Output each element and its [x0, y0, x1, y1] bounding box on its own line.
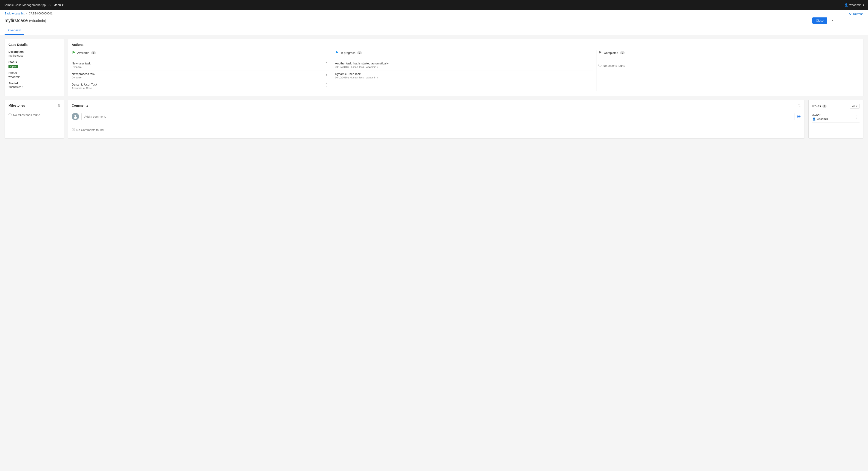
started-value: 30/10/2018: [8, 86, 60, 89]
info-icon: ⓘ: [72, 128, 75, 132]
owner-value: wbadmin: [8, 75, 60, 79]
action-name[interactable]: New user task: [72, 62, 91, 65]
comments-panel: Comments ⇅ ⊕ ⓘ No: [68, 100, 805, 139]
user-icon: 👤: [844, 3, 848, 7]
case-owner-group: Owner wbadmin: [8, 71, 60, 79]
status-label: Status: [8, 61, 60, 64]
case-status-group: Status Open: [8, 61, 60, 68]
action-sub: Dynamic: [72, 66, 91, 68]
role-user-name: wbadmin: [817, 117, 828, 121]
page-kebab-button[interactable]: ⋮: [829, 17, 836, 24]
info-circle-icon: ⓘ: [598, 63, 601, 68]
available-col-title: Available: [77, 51, 89, 55]
action-kebab-button[interactable]: ⋮: [324, 72, 329, 77]
user-icon: 👤: [812, 117, 816, 121]
action-sub: 30/10/2018 ( Human Task - wbadmin ): [335, 66, 389, 68]
no-actions-text: No actions found: [603, 64, 625, 67]
completed-col-title: Completed: [604, 51, 618, 55]
add-comment-button[interactable]: ⊕: [797, 114, 801, 119]
no-comments-text: No Comments found: [76, 128, 103, 131]
refresh-icon: ↻: [849, 12, 852, 16]
action-sub: Dynamic: [72, 76, 95, 79]
home-icon[interactable]: ⌂: [49, 3, 51, 7]
available-col-badge: 3: [91, 51, 96, 54]
actions-col-completed: ⚑ Completed 0 ⓘ No actions found: [596, 50, 860, 91]
status-badge: Open: [8, 65, 18, 68]
comment-input[interactable]: [81, 113, 795, 120]
no-comments-message: ⓘ No Comments found: [72, 125, 801, 135]
actions-col-available: ⚑ Available 3 New user task Dynamic ⋮: [72, 50, 333, 91]
page-title-user: (wbadmin): [29, 19, 46, 23]
roles-title: Roles: [812, 104, 821, 108]
action-item: Dynamic User Task 30/10/2018 ( Human Tas…: [335, 70, 593, 81]
no-actions-message: ⓘ No actions found: [598, 60, 856, 71]
menu-label: Menu: [53, 3, 61, 7]
action-item: Dynamic User Task Available in: Case ⋮: [72, 81, 329, 91]
user-menu[interactable]: 👤 wbadmin ▾: [844, 3, 864, 7]
case-description-group: Description myfirstcase: [8, 50, 60, 57]
action-item: Another task that is started automatical…: [335, 60, 593, 70]
case-details-title: Case Details: [8, 43, 60, 47]
case-details-panel: Case Details Description myfirstcase Sta…: [5, 39, 64, 96]
page-title: myfirstcase (wbadmin): [5, 18, 46, 23]
description-label: Description: [8, 50, 60, 53]
inprogress-col-title: In progress: [341, 51, 355, 55]
action-name[interactable]: New process task: [72, 72, 95, 76]
description-value: myfirstcase: [8, 54, 60, 57]
milestones-title: Milestones: [8, 104, 25, 107]
role-item: owner 👤 wbadmin ⋮: [812, 112, 860, 123]
action-name[interactable]: Dynamic User Task: [335, 72, 378, 76]
roles-panel: Roles 1 All ▾ owner 👤 wbadmin: [808, 100, 863, 139]
refresh-button[interactable]: ↻ Refresh: [849, 12, 863, 16]
action-item: New process task Dynamic ⋮: [72, 70, 329, 81]
close-button[interactable]: Close: [812, 18, 827, 24]
milestones-panel: Milestones ⇅ ⓘ No Milestones found: [5, 100, 64, 139]
menu-button[interactable]: Menu ▾: [53, 3, 63, 7]
user-chevron-icon: ▾: [863, 3, 864, 7]
completed-flag-icon: ⚑: [598, 50, 602, 55]
menu-chevron-icon: ▾: [62, 3, 63, 7]
roles-filter-dropdown[interactable]: All ▾: [850, 104, 860, 109]
comments-title: Comments: [72, 104, 88, 107]
role-kebab-button[interactable]: ⋮: [854, 115, 860, 119]
breadcrumb: Back to case list » CASE-0000000001: [5, 12, 863, 15]
breadcrumb-separator: »: [26, 12, 28, 15]
user-label: wbadmin: [849, 3, 861, 7]
refresh-label: Refresh: [853, 12, 863, 16]
breadcrumb-current: CASE-0000000001: [29, 12, 52, 15]
milestones-sort-icon[interactable]: ⇅: [58, 104, 60, 107]
no-milestones-message: ⓘ No Milestones found: [8, 110, 60, 120]
roles-badge: 1: [823, 105, 827, 108]
svg-point-1: [74, 117, 77, 119]
action-name[interactable]: Another task that is started automatical…: [335, 62, 389, 65]
inprogress-col-badge: 2: [357, 51, 362, 54]
action-sub: Available in: Case: [72, 87, 97, 89]
started-label: Started: [8, 82, 60, 85]
actions-panel: Actions ⚑ Available 3 New user task: [68, 39, 863, 96]
action-item: New user task Dynamic ⋮: [72, 60, 329, 70]
owner-label: Owner: [8, 71, 60, 75]
roles-filter-label: All: [852, 105, 855, 108]
no-milestones-text: No Milestones found: [13, 113, 40, 117]
avatar: [72, 113, 79, 120]
action-sub: 30/10/2018 ( Human Task - wbadmin ): [335, 76, 378, 79]
role-user: 👤 wbadmin: [812, 117, 828, 121]
action-kebab-button[interactable]: ⋮: [324, 62, 329, 66]
svg-point-0: [74, 115, 76, 117]
action-name[interactable]: Dynamic User Task: [72, 83, 97, 86]
completed-col-badge: 0: [620, 51, 625, 54]
info-icon: ⓘ: [8, 113, 12, 117]
roles-filter-chevron-icon: ▾: [856, 105, 858, 108]
actions-col-inprogress: ⚑ In progress 2 Another task that is sta…: [333, 50, 596, 91]
comments-sort-icon[interactable]: ⇅: [798, 104, 801, 107]
app-title: Sample Case Management App: [4, 3, 46, 7]
role-name: owner: [812, 113, 828, 117]
inprogress-flag-icon: ⚑: [335, 50, 339, 55]
actions-title: Actions: [72, 43, 860, 47]
tab-overview[interactable]: Overview: [5, 26, 24, 35]
back-to-case-list-link[interactable]: Back to case list: [5, 12, 25, 15]
action-kebab-button[interactable]: ⋮: [324, 83, 329, 87]
available-flag-icon: ⚑: [72, 50, 75, 55]
case-started-group: Started 30/10/2018: [8, 82, 60, 89]
